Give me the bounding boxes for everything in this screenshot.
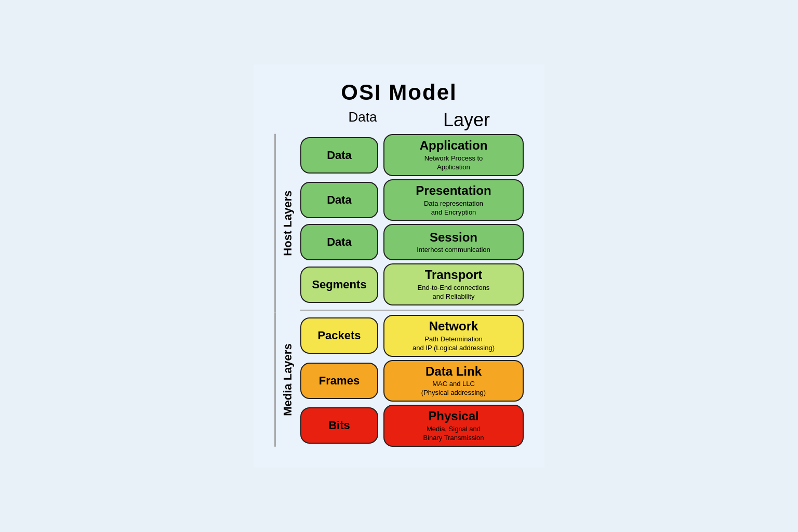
layer-name-3: Network (429, 319, 478, 334)
layer-desc-6: Data representationand Encryption (424, 200, 483, 217)
layer-row-5: DataSessionInterhost communication (300, 224, 524, 260)
layer-cell-1: PhysicalMedia, Signal andBinary Transmis… (383, 405, 524, 447)
host-layers-label: Host Layers (274, 134, 297, 313)
media-layers-label: Media Layers (274, 313, 297, 447)
table-area: Host Layers Media Layers DataApplication… (274, 134, 524, 446)
osi-diagram: OSI Model Data Layer Host Layers Media L… (254, 64, 544, 467)
layer-row-3: PacketsNetworkPath Determinationand IP (… (300, 315, 524, 357)
data-cell-layer-3: Packets (300, 317, 378, 354)
layer-row-7: DataApplicationNetwork Process toApplica… (300, 134, 524, 176)
layer-desc-4: End-to-End connectionsand Reliability (418, 284, 490, 301)
group-divider (300, 310, 524, 311)
layer-desc-5: Interhost communication (417, 246, 490, 255)
layer-name-1: Physical (428, 409, 478, 424)
layers-rows: DataApplicationNetwork Process toApplica… (300, 134, 524, 446)
layer-name-4: Transport (425, 268, 483, 283)
layer-cell-2: Data LinkMAC and LLC(Physical addressing… (383, 360, 524, 402)
data-cell-layer-1: Bits (300, 407, 378, 444)
layer-cell-3: NetworkPath Determinationand IP (Logical… (383, 315, 524, 357)
layer-cell-5: SessionInterhost communication (383, 224, 524, 260)
data-cell-layer-2: Frames (300, 363, 378, 399)
layer-desc-7: Network Process toApplication (424, 154, 483, 172)
layer-cell-7: ApplicationNetwork Process toApplication (383, 134, 524, 176)
data-column-header: Data (321, 109, 404, 131)
main-title: OSI Model (274, 80, 524, 105)
data-cell-layer-4: Segments (300, 267, 378, 303)
column-headers: Data Layer (274, 109, 524, 131)
layer-row-2: FramesData LinkMAC and LLC(Physical addr… (300, 360, 524, 402)
data-cell-layer-7: Data (300, 137, 378, 174)
layer-row-6: DataPresentationData representationand E… (300, 179, 524, 221)
data-cell-layer-5: Data (300, 224, 378, 260)
layer-desc-1: Media, Signal andBinary Transmission (423, 425, 484, 443)
side-labels: Host Layers Media Layers (274, 134, 297, 446)
layer-name-6: Presentation (416, 183, 491, 198)
layer-name-7: Application (420, 138, 488, 153)
layer-cell-4: TransportEnd-to-End connectionsand Relia… (383, 263, 524, 305)
layer-desc-2: MAC and LLC(Physical addressing) (421, 380, 486, 397)
layer-cell-6: PresentationData representationand Encry… (383, 179, 524, 221)
layer-row-4: SegmentsTransportEnd-to-End connectionsa… (300, 263, 524, 305)
data-cell-layer-6: Data (300, 182, 378, 218)
layer-name-2: Data Link (425, 364, 482, 379)
layer-desc-3: Path Determinationand IP (Logical addres… (413, 335, 495, 353)
layer-column-header: Layer (409, 109, 524, 131)
layer-row-1: BitsPhysicalMedia, Signal andBinary Tran… (300, 405, 524, 447)
layer-name-5: Session (430, 230, 477, 245)
